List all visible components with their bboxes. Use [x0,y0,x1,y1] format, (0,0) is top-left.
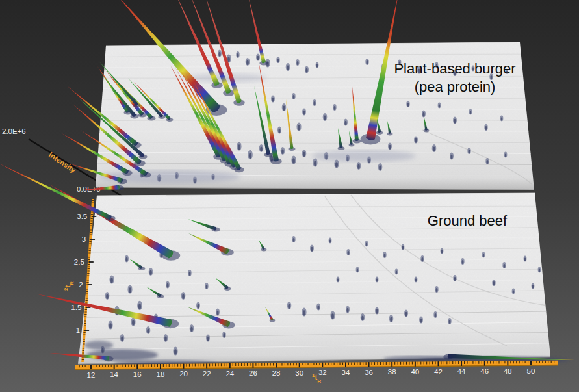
x-tick-label: 20 [179,370,188,378]
small-peak-core [106,294,109,299]
small-peak-core [357,268,359,272]
x-tick-label: 18 [156,371,164,378]
x-tick-label: 46 [480,367,489,375]
small-peak-core [246,60,249,65]
y-axis-title-sub: R [69,281,75,285]
small-peak-core [367,60,368,64]
small-peak-core [278,129,280,133]
small-peak-core [311,247,313,252]
small-peak-core [539,268,541,272]
small-peak-core [501,117,503,120]
small-peak-core [292,158,295,163]
small-peak-core [361,316,364,320]
small-peak-core [335,162,338,167]
small-peak-core [182,294,185,299]
y-tick-label: 3 [82,235,86,243]
small-peak-core [402,246,404,249]
x-tick-label: 26 [249,369,257,377]
small-peak-core [348,251,350,255]
small-peak-core [436,288,438,292]
small-peak-core [298,125,300,130]
small-peak-core [493,281,495,285]
small-peak-core [449,320,451,324]
small-peak-core [237,53,239,57]
x-tick-label: 48 [504,367,512,375]
small-peak-core [305,68,307,73]
small-peak-core [435,313,437,317]
x-axis-title-sub: R [317,378,321,384]
small-peak-core [407,103,409,107]
small-peak-core [293,238,295,242]
small-peak-core [470,111,472,114]
x-tick-label: 44 [457,367,466,375]
dark-blob [84,341,113,350]
small-peak-core [450,155,452,159]
shadow-band [312,150,416,162]
x-tick-label: 30 [295,369,303,377]
x-tick-label: 38 [388,368,396,376]
small-peak-core [249,153,251,159]
small-peak-core [132,320,135,325]
small-peak-core [303,111,305,115]
small-peak-core [420,319,422,323]
x-tick-label: 22 [203,370,211,378]
small-peak-core [197,304,199,309]
small-peak-core [376,309,378,314]
small-peak-core [524,257,526,261]
small-peak-core [110,278,113,283]
small-peak-core [439,104,441,107]
y-tick-label: 2 [79,281,83,289]
small-peak-core [297,61,299,65]
small-peak-core [441,250,443,253]
small-peak-core [462,260,464,264]
small-peak-core [283,106,285,111]
small-peak-core [121,337,123,341]
small-peak-core [149,270,152,275]
small-peak-core [147,329,149,333]
small-peak-core [513,290,515,293]
intensity-max-label: 2.0E+6 [2,127,26,135]
x-tick-label: 40 [411,368,419,376]
small-peak-core [277,59,279,62]
small-peak-core [314,101,316,105]
small-peak-core [190,327,193,332]
small-peak-core [206,285,208,289]
small-peak-core [164,337,167,341]
small-peak-core [238,144,240,150]
x-tick-label: 36 [365,369,373,376]
small-peak-core [384,254,386,257]
y-tick-label: 1 [76,326,80,334]
small-peak-core [487,160,489,164]
small-peak-core [224,333,225,337]
small-peak-core [272,98,274,102]
bottom-panel-title: Ground beef [428,213,508,229]
small-peak-core [303,310,305,315]
small-peak-core [337,278,339,281]
small-peak-core [129,287,131,293]
small-peak-core [288,304,290,309]
small-peak-core [293,95,295,99]
small-peak-core [334,106,336,110]
shadow-band [188,73,266,83]
small-peak-core [125,257,127,262]
small-peak-core [189,272,191,276]
small-peak-core [316,64,318,67]
small-peak-core [504,264,506,268]
small-peak-core [454,119,456,124]
small-peak-core [260,147,263,151]
x-tick-label: 24 [225,370,234,378]
small-peak-core [314,161,316,166]
small-peak-core [357,164,360,169]
x-tick-label: 14 [110,371,118,378]
small-peak-core [166,283,168,288]
small-peak-core [303,152,305,157]
x-tick-label: 16 [133,371,142,378]
small-peak-core [405,312,407,317]
small-peak-core [317,306,319,310]
small-peak-core [422,112,424,117]
x-tick-label: 32 [318,369,327,376]
small-peak-core [505,153,507,157]
small-peak-core [396,270,398,274]
small-peak-core [344,121,346,125]
small-peak-core [257,56,259,60]
